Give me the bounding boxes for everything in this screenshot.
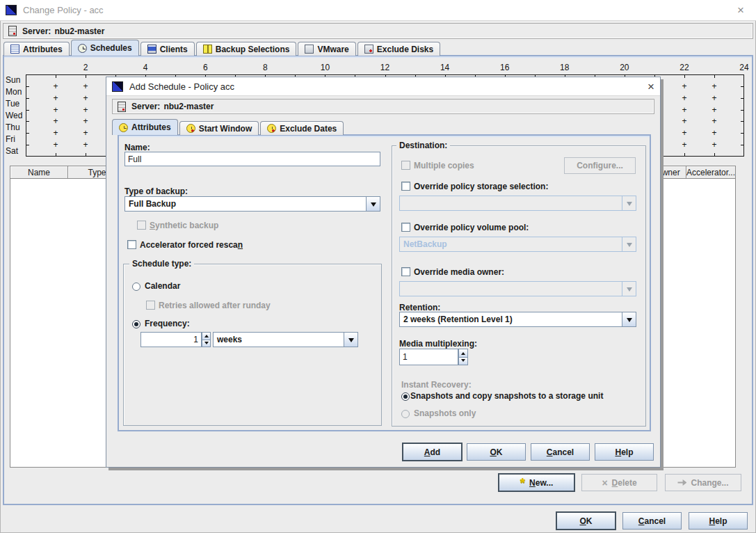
override-owner-label: Override media owner: [414,267,504,277]
calendar-label: Calendar [145,281,180,291]
help-button[interactable]: Help [595,443,654,461]
start-window-icon [186,124,195,133]
spinner-up-button[interactable] [202,332,211,340]
destination-group: Destination: Multiple copies Configure..… [392,145,646,427]
override-pool-checkbox[interactable] [401,223,410,232]
synthetic-backup-checkbox[interactable] [137,221,146,230]
add-button[interactable]: Add [403,443,462,461]
snapshots-only-radio[interactable] [401,410,410,418]
snapshots-and-copy-radio[interactable] [401,392,410,401]
ok-button[interactable]: OK [556,512,616,530]
close-icon[interactable]: × [645,82,657,93]
tab-label: Clients [160,45,188,54]
change-icon [677,479,686,486]
override-storage-select[interactable] [399,196,636,211]
help-button[interactable]: Help [689,512,748,530]
tab-attributes[interactable]: Attributes [112,119,178,135]
tab-schedules[interactable]: Schedules [71,40,139,56]
server-name: nbu2-master [54,26,104,36]
main-server-bar: Server: nbu2-master [3,23,753,39]
column-header-accelerator[interactable]: Accelerator... [686,166,735,179]
tab-label: Exclude Dates [280,124,337,134]
cancel-button[interactable]: Cancel [531,443,590,461]
exclude-disks-icon [364,45,373,54]
tab-backup-selections[interactable]: Backup Selections [196,42,297,56]
override-storage-label: Override policy storage selection: [414,182,548,191]
retention-label: Retention: [399,303,440,312]
override-owner-select[interactable] [399,281,636,296]
clients-icon [147,45,156,54]
tab-label: Attributes [131,122,171,132]
ok-button[interactable]: OK [467,443,526,461]
tab-label: Start Window [199,124,252,134]
frequency-value-input[interactable] [140,332,202,347]
dialog-title: Add Schedule - Policy acc [129,81,234,92]
name-label: Name: [124,143,150,152]
button-label: Add [424,447,440,457]
tab-clients[interactable]: Clients [140,42,195,56]
configure-button[interactable]: Configure... [564,157,636,174]
chevron-down-icon[interactable] [344,333,357,347]
tab-attributes[interactable]: Attributes [3,42,70,56]
media-multiplexing-input[interactable] [399,349,458,365]
delete-icon: × [602,479,607,487]
multiple-copies-checkbox[interactable] [401,161,410,170]
name-input[interactable] [124,152,380,166]
window-icon [112,81,123,92]
retries-allowed-label: Retries allowed after runday [159,301,271,310]
server-label: Server: [131,102,160,111]
button-label: OK [579,516,592,526]
chevron-down-icon [622,282,636,296]
frequency-unit-select[interactable]: weeks [213,332,358,347]
tab-exclude-dates[interactable]: Exclude Dates [260,121,344,135]
override-pool-select[interactable]: NetBackup [399,237,636,252]
tab-start-window[interactable]: Start Window [179,121,259,135]
chevron-down-icon[interactable] [366,197,380,211]
new-button[interactable]: * New... [499,474,574,491]
frequency-radio[interactable] [132,320,140,328]
spinner-down-button[interactable] [202,340,211,348]
retention-select[interactable]: 2 weeks (Retention Level 1) [399,312,636,327]
server-label: Server: [22,26,51,36]
override-storage-checkbox[interactable] [401,182,410,191]
change-policy-window: Change Policy - acc × Server: nbu2-maste… [0,0,756,533]
exclude-dates-icon [267,124,276,133]
dialog-titlebar: Add Schedule - Policy acc [106,77,660,96]
add-schedule-dialog: Add Schedule - Policy acc × Server: nbu2… [106,77,661,468]
column-header-name[interactable]: Name [10,166,68,179]
accelerator-forced-rescan-checkbox[interactable] [127,240,136,249]
button-label: OK [490,447,502,457]
retries-allowed-checkbox[interactable] [146,301,155,310]
button-label: Help [709,516,727,526]
schedules-icon [78,44,87,53]
calendar-radio[interactable] [132,283,140,291]
snapshots-only-label: Snapshots only [414,408,476,418]
schedule-type-group-title: Schedule type: [129,259,194,269]
button-label: Cancel [547,447,574,457]
delete-button[interactable]: × Delete [581,474,657,491]
window-icon [6,5,17,15]
chevron-down-icon[interactable] [622,312,636,326]
dialog-server-bar: Server: nbu2-master [112,99,654,114]
type-of-backup-select[interactable]: Full Backup [124,196,380,212]
destination-group-title: Destination: [396,141,450,150]
server-icon [8,26,17,36]
button-label: Cancel [638,516,666,526]
change-button[interactable]: Change... [665,474,741,491]
new-icon: * [520,479,525,486]
spinner-down-button[interactable] [458,358,468,366]
spinner-up-button[interactable] [458,349,468,358]
frequency-spinner [202,332,211,347]
schedule-type-group: Schedule type: Calendar Retries allowed … [123,264,382,426]
backup-selections-icon [203,45,212,54]
cancel-button[interactable]: Cancel [622,512,682,530]
main-titlebar: Change Policy - acc [0,0,756,21]
override-owner-checkbox[interactable] [401,267,410,276]
tab-exclude-disks[interactable]: Exclude Disks [357,42,440,56]
chevron-down-icon [622,237,636,251]
button-label: Help [615,447,633,457]
main-tab-bar: Attributes Schedules Clients Backup Sele… [3,40,440,56]
frequency-label: Frequency: [145,319,190,328]
close-icon[interactable]: × [735,6,746,17]
tab-vmware[interactable]: VMware [298,42,355,56]
